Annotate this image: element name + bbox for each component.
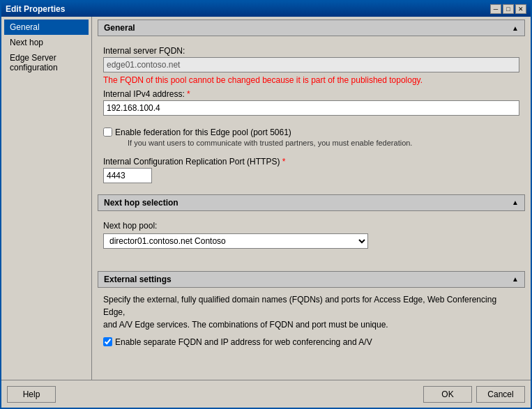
title-bar-controls: ─ □ ✕ xyxy=(490,4,526,14)
ipv4-required: * xyxy=(187,89,190,99)
cancel-button[interactable]: Cancel xyxy=(476,386,525,403)
general-section: General ▲ Internal server FQDN: The FQDN… xyxy=(98,20,525,189)
footer-bar: Help OK Cancel xyxy=(1,380,531,408)
pool-dropdown-row: director01.contoso.net Contoso xyxy=(103,233,519,249)
ipv4-input[interactable] xyxy=(103,100,519,116)
maximize-button[interactable]: □ xyxy=(503,4,514,14)
separate-fqdn-checkbox[interactable] xyxy=(103,337,112,346)
external-desc-line2: and A/V Edge services. The combinations … xyxy=(103,320,388,330)
replication-port-input[interactable] xyxy=(103,168,152,183)
close-button[interactable]: ✕ xyxy=(515,4,526,14)
external-settings-section: External settings ▲ Specify the external… xyxy=(98,271,525,354)
separate-fqdn-row: Enable separate FQDN and IP address for … xyxy=(103,337,519,348)
federation-label: Enable federation for this Edge pool (po… xyxy=(115,127,412,139)
sidebar-item-general[interactable]: General xyxy=(4,20,89,35)
sidebar-item-edge-server[interactable]: Edge Server configuration xyxy=(4,50,89,75)
minimize-button[interactable]: ─ xyxy=(490,4,501,14)
next-hop-pool-select[interactable]: director01.contoso.net Contoso xyxy=(103,233,368,249)
replication-label: Internal Configuration Replication Port … xyxy=(103,157,519,167)
ok-button[interactable]: OK xyxy=(423,386,472,403)
federation-desc: If you want users to communicate with tr… xyxy=(128,139,412,147)
next-hop-section-body: Next hop pool: director01.contoso.net Co… xyxy=(98,214,525,265)
next-hop-collapse-arrow[interactable]: ▲ xyxy=(512,199,519,206)
replication-required: * xyxy=(282,157,286,167)
next-hop-section: Next hop selection ▲ Next hop pool: dire… xyxy=(98,194,525,265)
sidebar: General Next hop Edge Server configurati… xyxy=(1,17,92,380)
federation-checkbox[interactable] xyxy=(103,128,112,137)
content-area: General ▲ Internal server FQDN: The FQDN… xyxy=(92,17,531,380)
separate-fqdn-label: Enable separate FQDN and IP address for … xyxy=(115,337,372,348)
general-section-header: General ▲ xyxy=(98,20,525,36)
next-hop-section-header: Next hop selection ▲ xyxy=(98,194,525,211)
external-desc-line1: Specify the external, fully qualified do… xyxy=(103,295,496,317)
external-section-header: External settings ▲ xyxy=(98,271,525,288)
fqdn-input[interactable] xyxy=(103,57,519,72)
fqdn-error-message: The FQDN of this pool cannot be changed … xyxy=(103,75,519,85)
external-collapse-arrow[interactable]: ▲ xyxy=(512,275,519,283)
pool-label: Next hop pool: xyxy=(103,221,519,231)
fqdn-label: Internal server FQDN: xyxy=(103,46,519,56)
title-bar: Edit Properties ─ □ ✕ xyxy=(1,1,531,17)
ok-cancel-group: OK Cancel xyxy=(423,386,525,403)
help-button[interactable]: Help xyxy=(7,386,56,403)
window-title: Edit Properties xyxy=(6,4,65,14)
ipv4-label: Internal IPv4 address: * xyxy=(103,89,519,99)
general-collapse-arrow[interactable]: ▲ xyxy=(512,24,519,32)
main-content: General Next hop Edge Server configurati… xyxy=(1,17,531,380)
federation-checkbox-row: Enable federation for this Edge pool (po… xyxy=(103,127,519,147)
external-section-body: Specify the external, fully qualified do… xyxy=(98,291,525,354)
general-section-body: Internal server FQDN: The FQDN of this p… xyxy=(98,39,525,189)
sidebar-item-next-hop[interactable]: Next hop xyxy=(4,35,89,50)
edit-properties-window: Edit Properties ─ □ ✕ General Next hop E… xyxy=(0,0,532,409)
